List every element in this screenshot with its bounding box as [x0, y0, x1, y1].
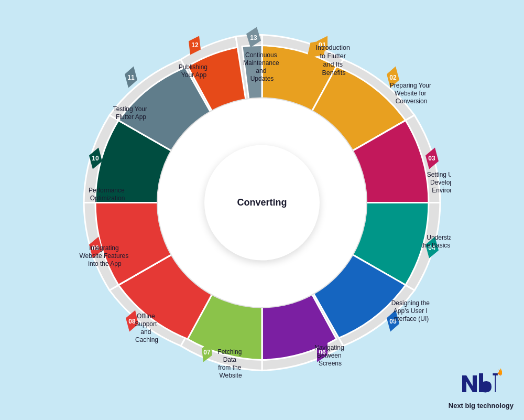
svg-text:Fetching
        Data
        : Fetching Data from the Website	[217, 348, 243, 379]
logo-container: Next big technology	[449, 366, 514, 410]
nbt-logo-icon	[460, 366, 502, 397]
svg-text:07: 07	[203, 348, 211, 356]
svg-text:13: 13	[250, 34, 257, 41]
svg-text:12: 12	[191, 41, 199, 48]
svg-text:Designing the
        App's Us: Designing the App's User I nterface (UI)	[391, 299, 432, 322]
center-circle: Converting	[204, 145, 320, 260]
svg-text:11: 11	[127, 73, 135, 81]
svg-text:Testing Your
        Flutter A: Testing Your Flutter App	[113, 105, 149, 120]
svg-text:Navigating
        Between
   : Navigating Between Screens	[314, 343, 346, 367]
svg-text:Preparing Your
        Website: Preparing Your Website for Conversion	[390, 81, 433, 104]
wheel-container: 01 02 03 04 05 06 07 08 09	[73, 14, 451, 391]
svg-text:Performance
        Optimizati: Performance Optimization	[89, 186, 126, 201]
svg-text:Publishing
        Your App: Publishing Your App	[179, 63, 210, 78]
svg-text:02: 02	[389, 73, 397, 81]
main-container: 01 02 03 04 05 06 07 08 09	[0, 0, 524, 420]
svg-text:03: 03	[428, 154, 435, 161]
center-title: Converting	[232, 191, 292, 213]
logo-text: Next big technology	[449, 402, 514, 410]
svg-text:10: 10	[92, 154, 99, 161]
